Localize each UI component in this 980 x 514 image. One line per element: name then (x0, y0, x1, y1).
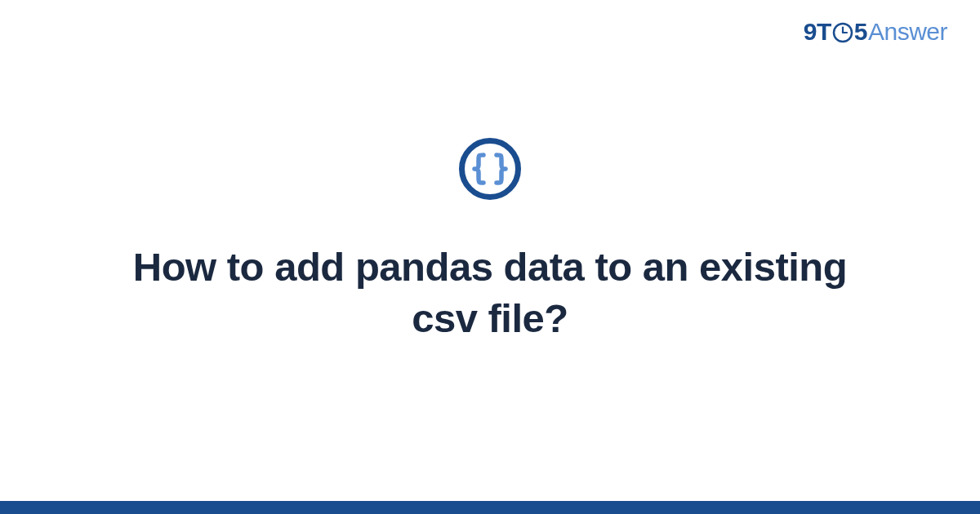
question-title: How to add pandas data to an existing cs… (122, 241, 858, 343)
topic-icon-wrap (458, 137, 522, 204)
page-container: 9T 5 Answer How to add pandas data (0, 0, 980, 514)
site-logo[interactable]: 9T 5 Answer (804, 18, 947, 46)
clock-icon (832, 22, 853, 43)
logo-part-5: 5 (854, 18, 867, 46)
code-braces-icon (458, 137, 522, 201)
logo-part-9t: 9T (804, 18, 831, 46)
logo-part-answer: Answer (868, 18, 947, 46)
main-content: How to add pandas data to an existing cs… (0, 0, 980, 514)
site-header: 9T 5 Answer (804, 18, 947, 46)
bottom-accent-bar (0, 501, 980, 514)
svg-point-3 (462, 141, 519, 197)
